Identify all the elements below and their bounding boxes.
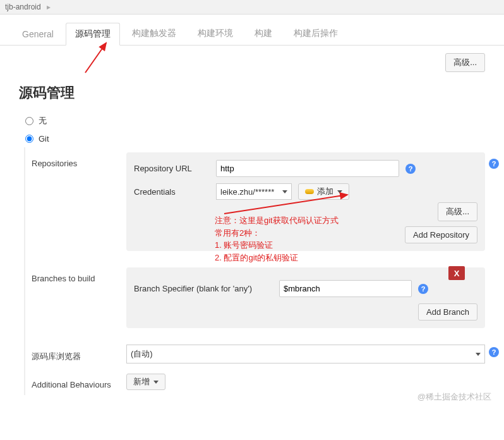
scm-git-radio[interactable]: [25, 135, 33, 143]
branch-specifier-label: Branch Specifier (blank for 'any'): [134, 284, 279, 293]
tab-env[interactable]: 构建环境: [188, 22, 243, 45]
tab-triggers[interactable]: 构建触发器: [123, 22, 186, 45]
add-behaviour-button[interactable]: 新增: [126, 374, 165, 390]
advanced-button-top[interactable]: 高级...: [445, 53, 485, 72]
breadcrumb-project[interactable]: tjb-android: [5, 3, 41, 11]
tab-post[interactable]: 构建后操作: [284, 22, 347, 45]
scm-none-label: 无: [39, 115, 47, 126]
scm-git-label: Git: [39, 134, 49, 144]
chevron-down-icon: [282, 190, 287, 193]
section-title: 源码管理: [0, 72, 504, 111]
repo-url-label: Repository URL: [134, 164, 216, 173]
config-tabs: General 源码管理 构建触发器 构建环境 构建 构建后操作: [0, 15, 504, 46]
chevron-down-icon: [153, 381, 159, 384]
tab-build[interactable]: 构建: [245, 22, 282, 45]
breadcrumb: tjb-android ▸: [0, 0, 504, 15]
branch-box: X Branch Specifier (blank for 'any') ? A…: [126, 267, 485, 328]
credentials-label: Credentials: [134, 187, 216, 197]
add-branch-button[interactable]: Add Branch: [418, 303, 477, 321]
help-icon[interactable]: ?: [418, 284, 428, 294]
tab-scm[interactable]: 源码管理: [66, 23, 120, 46]
help-icon[interactable]: ?: [405, 164, 416, 174]
branch-specifier-input[interactable]: [279, 280, 412, 297]
watermark: @稀土掘金技术社区: [417, 391, 491, 403]
key-icon: [305, 189, 314, 194]
help-icon[interactable]: ?: [489, 159, 499, 169]
credentials-value: leike.zhu/******: [220, 187, 274, 197]
advanced-button-repo[interactable]: 高级...: [438, 202, 477, 221]
add-credentials-button[interactable]: 添加: [298, 183, 349, 200]
chevron-down-icon: [476, 353, 481, 356]
repo-browser-select[interactable]: (自动): [126, 345, 485, 364]
repositories-label: Repositories: [25, 152, 126, 257]
tab-general[interactable]: General: [13, 23, 63, 45]
repo-url-input[interactable]: [216, 160, 399, 177]
delete-branch-button[interactable]: X: [448, 266, 465, 280]
chevron-down-icon: [337, 190, 342, 193]
help-icon[interactable]: ?: [489, 347, 499, 357]
add-repository-button[interactable]: Add Repository: [405, 226, 477, 243]
credentials-select[interactable]: leike.zhu/******: [216, 183, 292, 200]
scm-none-radio[interactable]: [25, 117, 33, 125]
breadcrumb-separator: ▸: [47, 3, 51, 11]
repo-browser-value: (自动): [131, 348, 153, 360]
additional-behaviours-label: Additional Behaviours: [25, 374, 126, 390]
branches-label: Branches to build: [25, 267, 126, 334]
repo-browser-label: 源码库浏览器: [25, 345, 126, 364]
repository-box: Repository URL ? Credentials leike.zhu/*…: [126, 152, 485, 251]
